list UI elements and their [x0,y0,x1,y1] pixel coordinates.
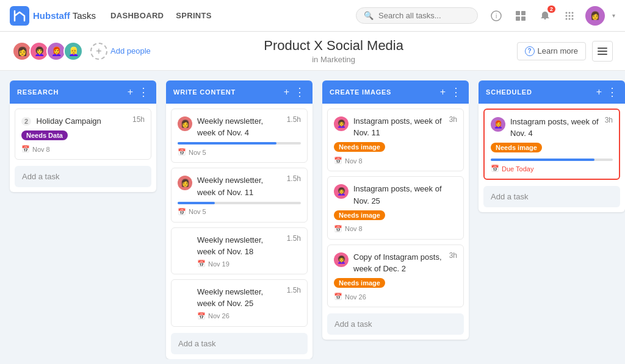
card-date-nov4: 📅 Nov 5 [178,148,301,156]
svg-text:i: i [496,13,497,20]
card-top: 👩‍🦱 Copy of Instagram posts, week of Dec… [334,251,457,274]
svg-point-11 [566,15,568,16]
svg-point-9 [569,12,571,13]
more-options-research-button[interactable]: ⋮ [138,87,149,98]
apps-icon-btn[interactable] [561,7,578,24]
calendar-icon: 📅 [197,312,206,320]
menu-button[interactable] [592,41,613,62]
column-header-create-images: CREATE IMAGES + ⋮ [322,80,469,104]
hubstaff-logo-icon [10,6,29,26]
learn-more-label: Learn more [538,46,578,55]
add-task-research[interactable]: Add a task [15,166,151,187]
progress-bar-scheduled [491,159,613,161]
date-label-nov4: Nov 5 [189,149,206,156]
card-title-ig-dec2: Copy of Instagram posts, week of Dec. 2 [353,252,442,273]
notification-badge: 2 [547,5,555,13]
card-top: Weekly newsletter, week of Nov. 25 1.5h [178,286,301,309]
add-task-scheduled-button[interactable]: + [596,87,602,97]
card-instagram-nov4-scheduled[interactable]: 👩‍🦰 Instagram posts, week of Nov. 4 3h N… [483,109,620,180]
card-hours-ig-dec2: 3h [449,251,457,260]
column-body-research: 2 Holiday Campaign 15h Needs Data 📅 Nov … [10,104,156,192]
more-options-write-content-button[interactable]: ⋮ [294,87,305,98]
info-icon: i [491,10,502,21]
tag-needs-image-scheduled: Needs image [491,143,542,152]
add-task-research-button[interactable]: + [128,87,133,97]
card-newsletter-nov11[interactable]: 👩 Weekly newsletter, week of Nov. 11 1.5… [171,168,308,222]
svg-rect-0 [10,6,29,26]
due-today-label: 📅 Due Today [491,165,613,173]
column-actions-create-images: + ⋮ [440,87,461,98]
column-header-research: RESEARCH + ⋮ [10,80,156,104]
card-date-ig-nov11: 📅 Nov 8 [334,157,457,165]
card-main: Instagram posts, week of Nov. 25 [353,183,452,206]
card-main: Weekly newsletter, week of Nov. 4 [197,115,282,138]
help-circle-icon: ? [525,46,535,56]
card-instagram-dec2[interactable]: 👩‍🦱 Copy of Instagram posts, week of Dec… [327,244,464,307]
card-instagram-nov25[interactable]: 👩‍🦱 Instagram posts, week of Nov. 25 Nee… [327,176,464,239]
svg-point-14 [566,18,568,20]
card-title-scheduled-ig: Instagram posts, week of Nov. 4 [510,117,599,138]
card-avatar-ig-dec2: 👩‍🦱 [334,252,349,267]
card-title-ig-nov11: Instagram posts, week of Nov. 11 [353,116,442,137]
search-bar[interactable]: 🔍 [356,7,478,24]
logo-tasks: Tasks [70,10,96,21]
learn-more-button[interactable]: ? Learn more [517,42,586,60]
tag-needs-data: Needs Data [21,130,68,140]
profile-chevron-icon[interactable]: ▾ [612,12,615,19]
member-avatar-4[interactable]: 👱‍♀️ [63,41,83,61]
add-task-write-content[interactable]: Add a task [171,333,308,354]
card-top: 👩‍🦱 Instagram posts, week of Nov. 11 3h [334,115,457,138]
topnav: Hubstaff Tasks DASHBOARD SPRINTS 🔍 i 2 👩 [0,0,625,32]
more-options-create-images-button[interactable]: ⋮ [450,87,461,98]
notification-icon-btn[interactable]: 2 [536,7,554,24]
column-body-scheduled: 👩‍🦰 Instagram posts, week of Nov. 4 3h N… [479,104,625,212]
calendar-icon: 📅 [334,225,342,233]
add-task-create-images[interactable]: Add a task [327,313,464,335]
date-label-nov11: Nov 5 [189,208,206,215]
nav-dashboard[interactable]: DASHBOARD [110,11,164,20]
card-instagram-nov11[interactable]: 👩‍🦱 Instagram posts, week of Nov. 11 3h … [327,109,464,171]
search-input[interactable] [378,11,458,20]
nav-sprints[interactable]: SPRINTS [176,11,211,20]
card-main: Weekly newsletter, week of Nov. 25 [178,286,282,309]
card-date-ig-dec2: 📅 Nov 26 [334,293,457,301]
card-date-holiday: 📅 Nov 8 [21,145,145,153]
info-icon-btn[interactable]: i [488,7,505,24]
board: RESEARCH + ⋮ 2 Holiday Campaign 15h Need… [0,71,625,359]
tag-needs-image-dec2: Needs image [334,278,385,288]
calendar-icon: 📅 [21,145,30,153]
user-avatar[interactable]: 👩 [585,6,605,26]
logo-hubstaff: Hubstaff [33,10,70,21]
add-task-scheduled[interactable]: Add a task [483,186,620,207]
card-title-ig-nov25: Instagram posts, week of Nov. 25 [353,184,442,205]
card-newsletter-nov25[interactable]: Weekly newsletter, week of Nov. 25 1.5h … [171,279,308,326]
card-main: Instagram posts, week of Nov. 4 [510,116,600,139]
card-holiday-campaign[interactable]: 2 Holiday Campaign 15h Needs Data 📅 Nov … [15,109,151,160]
column-title-create-images: CREATE IMAGES [330,88,440,96]
calendar-icon: 📅 [334,157,342,165]
add-people-button[interactable]: + Add people [90,43,151,60]
svg-rect-3 [516,11,520,15]
column-title-scheduled: SCHEDULED [486,88,596,96]
tag-needs-image-nov25: Needs image [334,210,385,220]
svg-point-8 [566,12,568,13]
layout-icon-btn[interactable] [512,7,529,24]
card-top: 👩‍🦱 Instagram posts, week of Nov. 25 [334,183,457,206]
card-avatar-nov4: 👩 [178,116,192,131]
add-task-create-images-button[interactable]: + [440,87,446,97]
card-number: 2 [21,117,31,126]
card-newsletter-nov4[interactable]: 👩 Weekly newsletter, week of Nov. 4 1.5h… [171,109,308,163]
column-research: RESEARCH + ⋮ 2 Holiday Campaign 15h Need… [10,80,156,192]
due-today-text: Due Today [502,165,533,173]
svg-rect-7 [544,18,546,20]
card-hours-nov25: 1.5h [287,286,301,294]
svg-rect-6 [521,16,526,21]
add-task-write-content-button[interactable]: + [284,87,289,97]
card-title-newsletter-nov25: Weekly newsletter, week of Nov. 25 [197,287,263,308]
card-newsletter-nov18[interactable]: Weekly newsletter, week of Nov. 18 1.5h … [171,227,308,274]
card-date-nov11: 📅 Nov 5 [178,208,301,216]
svg-point-12 [569,15,571,16]
more-options-scheduled-button[interactable]: ⋮ [607,87,618,98]
card-main: 2 Holiday Campaign [21,115,128,127]
column-body-write-content: 👩 Weekly newsletter, week of Nov. 4 1.5h… [166,104,312,359]
